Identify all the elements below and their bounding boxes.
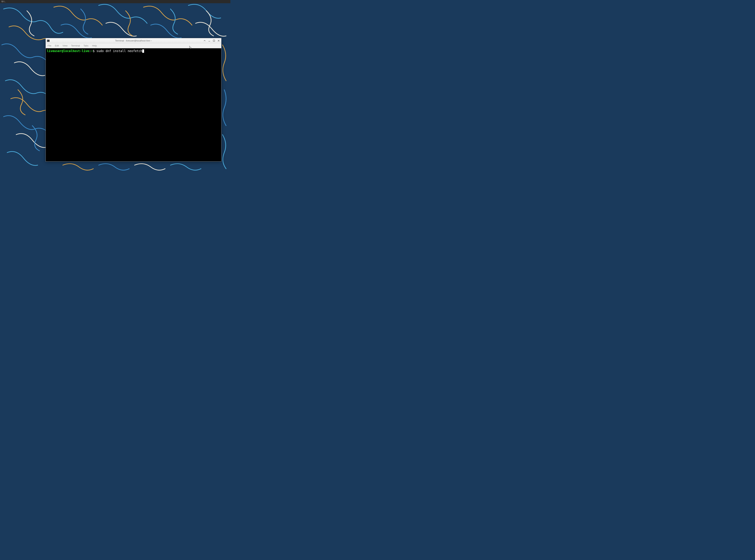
menu-file[interactable]: File [47,44,51,47]
terminal-viewport[interactable]: liveuser@localhost-live:~$ sudo dnf inst… [46,48,221,161]
terminal-cursor [142,49,144,53]
menu-view[interactable]: View [62,44,67,47]
menu-help[interactable]: Help [92,44,97,47]
menu-terminal[interactable]: Terminal [71,44,80,47]
window-title: Terminal - liveuser@localhost-live:~ [115,39,152,42]
menu-tabs[interactable]: Tabs [83,44,88,47]
window-controls [203,39,220,42]
close-icon[interactable] [217,39,220,42]
menu-edit[interactable]: Edit [55,44,59,47]
top-panel: GI I... [0,0,230,3]
prompt-symbol: $ [93,49,95,53]
window-title-bar[interactable]: Terminal - liveuser@localhost-live:~ [46,38,221,43]
terminal-window: Terminal - liveuser@localhost-live:~ Fil… [45,38,221,162]
menu-bar: File Edit View Terminal Tabs Help [46,43,221,48]
maximize-icon[interactable] [212,39,216,42]
minimize-icon[interactable] [208,39,211,42]
taskbar-app-item[interactable]: GI I... [0,0,7,3]
svg-rect-1 [47,40,49,42]
prompt-separator: : [89,49,91,53]
svg-rect-4 [213,40,215,41]
command-input: sudo dnf install neofetch [95,49,142,53]
rollup-icon[interactable] [203,39,206,42]
prompt-path: ~ [91,49,93,53]
prompt-user-host: liveuser@localhost-live [47,49,89,53]
terminal-line: liveuser@localhost-live:~$ sudo dnf inst… [47,49,220,53]
terminal-icon [47,39,50,42]
